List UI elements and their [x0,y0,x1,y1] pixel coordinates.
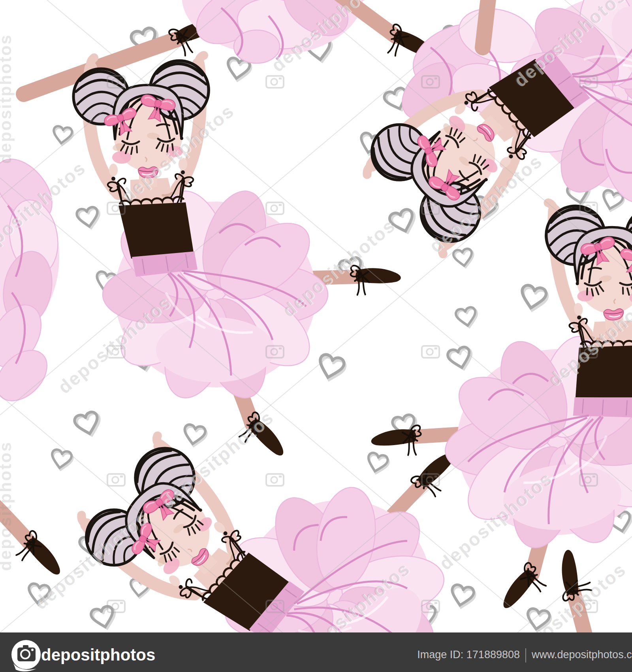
footer-bar: depositphotos Image ID: 171889808 www.de… [0,632,632,672]
footer-logo-text: depositphotos [41,646,155,664]
stock-pattern-image: depositphotosdepositphotosdepositphotosd… [0,0,632,672]
site-url-text: www.depositphotos.com [531,649,632,661]
watermark-edge-text: depositphotos [0,441,15,571]
image-id-text: Image ID: 171889808 [417,649,520,661]
watermark-edge-text: depositphotos [0,34,15,164]
